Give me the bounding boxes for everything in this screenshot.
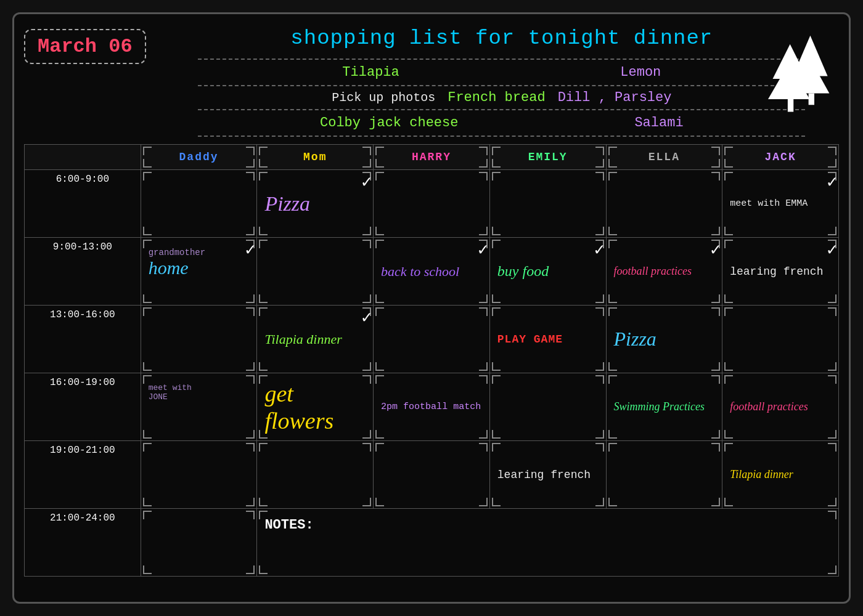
emily-19-21: learing french [489,441,606,509]
daddy-16-19-sub: JONE [149,392,168,402]
tree-svg [759,24,833,116]
harry-9-13: ✓ back to school [374,238,490,306]
mom-13-16: ✓ Tilapia dinner [257,306,374,373]
tilapia-item: Tilapia [342,65,399,80]
mom-header: Mom [257,145,374,170]
harry-6-9 [374,170,490,238]
ella-16-19-text: Swimming Practices [614,400,705,413]
dashed-line-1 [198,59,805,60]
jack-19-21: Tilapia dinner [722,441,839,509]
date-box: March 06 [24,29,146,64]
header-row: Daddy Mom HARRY [25,145,839,170]
daddy-21-24 [141,509,257,577]
harry-9-13-check: ✓ [478,239,488,260]
emily-9-13: ✓ buy food [489,238,606,306]
notes-cell: NOTES: [257,509,839,577]
jack-16-19-text: football practices [730,400,808,413]
french-bread-item: French bread [448,90,545,105]
row-16-19: 16:00-19:00 meet with JONE [25,373,839,441]
jack-6-9: ✓ meet with EMMA [722,170,839,238]
mom-13-16-text: Tilapia dinner [264,331,342,347]
emily-13-16-text: PLAY GAME [497,333,563,346]
ella-6-9 [606,170,722,238]
jack-13-16 [722,306,839,373]
dill-parsley-item: Dill , Parsley [558,90,672,105]
dashed-line-2 [198,85,805,86]
row-6-9: 6:00-9:00 ✓ Pizza [25,170,839,238]
jack-9-13-text: learing french [730,265,823,278]
mom-13-16-check: ✓ [361,307,372,328]
daddy-9-13: ✓ grandmother home [141,238,257,306]
mom-6-9-text: Pizza [264,192,310,216]
svg-rect-5 [788,99,793,112]
harry-19-21 [374,441,490,509]
jack-6-9-check: ✓ [827,171,837,192]
mom-6-9-check: ✓ [361,171,372,192]
daddy-16-19: meet with JONE [141,373,257,441]
time-13-16: 13:00-16:00 [25,306,141,373]
daddy-9-13-note: grandmother [149,248,205,257]
dashed-line-3 [198,109,805,110]
row-13-16: 13:00-16:00 ✓ Tilapia din [25,306,839,373]
time-9-13: 9:00-13:00 [25,238,141,306]
time-21-24: 21:00-24:00 [25,509,141,577]
tree-decoration [759,24,833,116]
colby-item: Colby jack cheese [320,115,458,131]
time-6-9: 6:00-9:00 [25,170,141,238]
mom-6-9: ✓ Pizza [257,170,374,238]
emily-19-21-text: learing french [497,469,591,481]
shopping-title: shopping list for tonight dinner [290,26,713,50]
emily-9-13-check: ✓ [594,239,605,260]
emily-6-9 [489,170,606,238]
emily-9-13-text: buy food [497,263,549,280]
schedule-table: Daddy Mom HARRY [24,144,839,577]
daddy-13-16 [141,306,257,373]
harry-16-19-text: 2pm football match [381,402,481,412]
lemon-item: Lemon [620,65,661,80]
pickup-row: Pick up photos French bread Dill , Parsl… [332,90,671,105]
daddy-header: Daddy [141,145,257,170]
top-section: March 06 shopping list for tonight dinne… [24,24,839,139]
harry-16-19: 2pm football match [374,373,490,441]
harry-header: HARRY [374,145,490,170]
time-16-19: 16:00-19:00 [25,373,141,441]
emily-16-19 [489,373,606,441]
notes-label: NOTES: [264,517,313,533]
ella-9-13-text: football practices [614,265,692,278]
mom-9-13 [257,238,374,306]
daddy-9-13-text: home [149,257,189,278]
jack-19-21-text: Tilapia dinner [730,468,793,481]
ella-header: ELLA [606,145,722,170]
jack-6-9-text: meet with EMMA [730,198,808,209]
harry-13-16 [374,306,490,373]
daddy-6-9 [141,170,257,238]
daddy-19-21 [141,441,257,509]
mom-19-21 [257,441,374,509]
daddy-16-19-note: meet with [149,383,192,392]
time-header [25,145,141,170]
jack-9-13: ✓ learing french [722,238,839,306]
jack-header: JACK [722,145,839,170]
jack-16-19: football practices [722,373,839,441]
emily-13-16: PLAY GAME [489,306,606,373]
ella-13-16-text: Pizza [614,328,656,351]
pickup-label: Pick up photos [332,91,435,105]
time-19-21: 19:00-21:00 [25,441,141,509]
mom-16-19: get flowers [257,373,374,441]
salami-item: Salami [634,115,683,131]
row-19-21: 19:00-21:00 [25,441,839,509]
row-21-24: 21:00-24:00 NOTES: [25,509,839,577]
chalkboard: March 06 shopping list for tonight dinne… [12,12,851,604]
mom-16-19-text: get flowers [264,380,366,434]
ella-13-16: Pizza [606,306,722,373]
ella-9-13-check: ✓ [710,239,721,260]
dashed-line-4 [198,136,805,137]
row-9-13: 9:00-13:00 ✓ grandmother home [25,238,839,306]
ella-9-13: ✓ football practices [606,238,722,306]
ella-19-21 [606,441,722,509]
date-text: March 06 [38,35,133,58]
harry-9-13-text: back to school [381,264,459,280]
jack-9-13-check: ✓ [827,239,837,260]
ella-16-19: Swimming Practices [606,373,722,441]
daddy-9-13-check: ✓ [245,239,256,260]
